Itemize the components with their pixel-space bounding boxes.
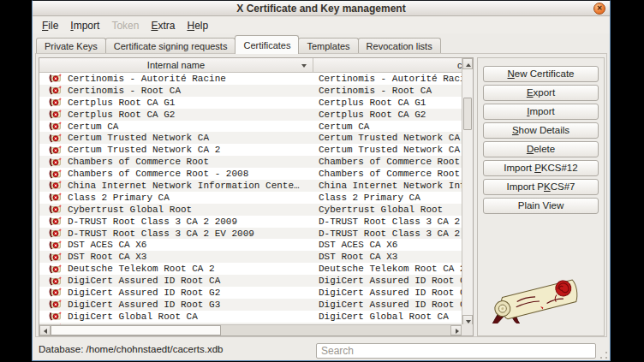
certificate-revoked-icon: [49, 264, 62, 274]
sort-descending-icon[interactable]: [301, 64, 307, 68]
close-icon[interactable]: ✕: [593, 3, 605, 15]
menu-item-post: elp: [194, 20, 208, 32]
table-row[interactable]: China Internet Network Information Cente…: [39, 180, 462, 192]
certificate-revoked-icon: [49, 205, 62, 214]
table-row[interactable]: DigiCert Global Root CA DigiCert Global …: [39, 311, 462, 323]
common-name-text: Certum Trusted Network CA 2: [319, 145, 462, 155]
table-row[interactable]: Certum CA Certum CA: [39, 121, 462, 133]
column-header-internal-name[interactable]: Internal name: [39, 58, 313, 72]
certificate-revoked-icon: [49, 169, 62, 179]
action-button[interactable]: Plain View: [483, 198, 599, 214]
action-button[interactable]: Delete: [483, 141, 599, 157]
action-button[interactable]: Export: [483, 85, 599, 101]
cell-common-name: Chambers of Commerce Root: [313, 156, 462, 168]
tab-label: Private Keys: [45, 41, 98, 51]
tab-label: Certificate signing requests: [114, 41, 228, 51]
cell-internal-name: DigiCert Assured ID Root CA: [39, 275, 313, 287]
scroll-left-icon[interactable]: [39, 325, 51, 335]
table-row[interactable]: Certplus Root CA G1 Certplus Root CA G1: [39, 97, 462, 109]
tab[interactable]: Private Keys: [36, 38, 106, 54]
cell-internal-name: DigiCert Assured ID Root G3: [39, 299, 313, 311]
tab[interactable]: Certificates: [235, 35, 299, 54]
table-row[interactable]: DigiCert Assured ID Root G3 DigiCert Ass…: [39, 299, 462, 311]
menu-item[interactable]: File: [36, 18, 64, 33]
common-name-text: Cybertrust Global Root: [319, 205, 443, 215]
menu-item[interactable]: Token: [105, 18, 145, 33]
cell-internal-name: Cybertrust Global Root: [39, 204, 313, 216]
resize-grip[interactable]: [599, 351, 608, 359]
internal-name-text: Chambers of Commerce Root: [68, 157, 209, 167]
table-row[interactable]: DST ACES CA X6 DST ACES CA X6: [39, 239, 462, 251]
cell-common-name: China Internet Network Information Cente…: [313, 180, 462, 192]
cell-common-name: Certplus Root CA G1: [313, 97, 462, 109]
table-row[interactable]: DigiCert Assured ID Root G2 DigiCert Ass…: [39, 287, 462, 299]
action-button[interactable]: Import: [483, 104, 599, 120]
cell-common-name: Certplus Root CA G2: [313, 109, 462, 121]
cell-common-name: DigiCert Assured ID Root G2: [313, 287, 462, 299]
vertical-scrollbar[interactable]: [462, 58, 473, 326]
table-row[interactable]: Certplus Root CA G2 Certplus Root CA G2: [39, 109, 462, 121]
table-row[interactable]: Certinomis - Autorité Racine Certinomis …: [39, 73, 462, 85]
table-row[interactable]: Chambers of Commerce Root - 2008 Chamber…: [39, 168, 462, 180]
titlebar[interactable]: X Certificate and Key management ✕: [33, 1, 610, 16]
certificate-revoked-icon: [49, 240, 62, 250]
table-row[interactable]: D-TRUST Root Class 3 CA 2 2009 D-TRUST R…: [39, 216, 462, 228]
table-row[interactable]: D-TRUST Root Class 3 CA 2 EV 2009 D-TRUS…: [39, 228, 462, 240]
table-row[interactable]: DST Root CA X3 DST Root CA X3: [39, 251, 462, 263]
database-path-label: Database: /home/chohnstaedt/cacerts.xdb: [39, 344, 223, 354]
cell-common-name: Certinomis - Autorité Racine: [313, 73, 462, 85]
table-row[interactable]: Cybertrust Global Root Cybertrust Global…: [39, 204, 462, 216]
statusbar: Database: /home/chohnstaedt/cacerts.xdb: [33, 338, 610, 361]
cell-common-name: Certinomis - Root CA: [313, 85, 462, 97]
vertical-scrollbar-thumb[interactable]: [463, 98, 472, 130]
cell-common-name: DST ACES CA X6: [313, 239, 462, 251]
internal-name-text: DigiCert Assured ID Root G3: [68, 300, 220, 310]
common-name-text: Deutsche Telekom Root CA 2: [319, 264, 462, 274]
table-row[interactable]: Class 2 Primary CA Class 2 Primary CA: [39, 192, 462, 204]
cell-internal-name: Certum Trusted Network CA 2: [39, 144, 313, 156]
tab[interactable]: Templates: [298, 38, 358, 54]
table-row[interactable]: Chambers of Commerce Root Chambers of Co…: [39, 156, 462, 168]
table-row[interactable]: Certinomis - Root CA Certinomis - Root C…: [39, 85, 462, 97]
scroll-up-icon[interactable]: [462, 58, 473, 69]
horizontal-scrollbar-thumb[interactable]: [51, 325, 221, 335]
cell-internal-name: DST Root CA X3: [39, 251, 313, 263]
common-name-text: Chambers of Commerce Root - 2008: [319, 169, 462, 179]
certificate-revoked-icon: [49, 228, 62, 238]
menu-item[interactable]: Extra: [145, 18, 181, 33]
internal-name-text: China Internet Network Information Cente…: [68, 181, 300, 191]
menu-item[interactable]: Help: [181, 18, 214, 33]
cell-internal-name: Deutsche Telekom Root CA 2: [39, 263, 313, 275]
table-row[interactable]: Certum Trusted Network CA Certum Trusted…: [39, 132, 462, 144]
table-row[interactable]: Deutsche Telekom Root CA 2 Deutsche Tele…: [39, 263, 462, 275]
horizontal-scrollbar[interactable]: [39, 324, 462, 335]
action-button[interactable]: Show Details: [483, 122, 599, 139]
table-row[interactable]: DigiCert Assured ID Root CA DigiCert Ass…: [39, 275, 462, 287]
button-label-post: xport: [534, 87, 556, 98]
menu-item-mnemonic: H: [187, 20, 194, 32]
certificate-revoked-icon: [49, 98, 62, 107]
button-mnemonic: S: [512, 125, 519, 135]
search-input[interactable]: [316, 343, 596, 359]
action-button[interactable]: Import PKCS#7: [483, 179, 599, 195]
menu-item[interactable]: Import: [64, 18, 105, 33]
internal-name-text: DST ACES CA X6: [68, 240, 146, 250]
certificate-revoked-icon: [49, 217, 62, 226]
internal-name-text: DigiCert Assured ID Root CA: [68, 276, 220, 286]
common-name-text: Class 2 Primary CA: [319, 193, 420, 203]
cell-internal-name: Certum Trusted Network CA: [39, 132, 313, 144]
common-name-text: DST ACES CA X6: [319, 240, 397, 250]
common-name-text: D-TRUST Root Class 3 CA 2 EV 2009: [319, 228, 462, 239]
table-row[interactable]: Certum Trusted Network CA 2 Certum Trust…: [39, 144, 462, 156]
action-button[interactable]: New Certificate: [483, 66, 599, 82]
common-name-text: DigiCert Assured ID Root G2: [319, 288, 462, 298]
menu-item-post: ile: [48, 20, 58, 32]
scroll-right-icon[interactable]: [450, 325, 462, 335]
common-name-text: DST Root CA X3: [319, 252, 397, 262]
cell-internal-name: Chambers of Commerce Root - 2008: [39, 168, 313, 180]
action-button[interactable]: Import PKCS#12: [483, 160, 599, 176]
tab[interactable]: Revocation lists: [358, 38, 441, 54]
certificate-revoked-icon: [49, 181, 62, 190]
tab[interactable]: Certificate signing requests: [105, 38, 236, 54]
internal-name-text: Certplus Root CA G1: [68, 98, 175, 108]
